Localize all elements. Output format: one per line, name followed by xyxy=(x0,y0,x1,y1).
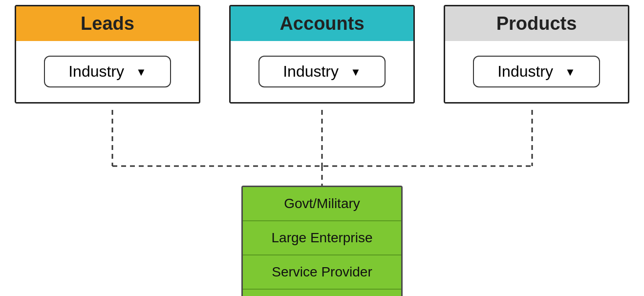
diagram-container: Leads Industry ▼ Accounts Industry ▼ Pro… xyxy=(0,0,644,296)
dropdown-item-govt[interactable]: Govt/Military xyxy=(243,187,401,221)
accounts-industry-dropdown[interactable]: Industry ▼ xyxy=(258,56,386,87)
dropdown-item-more[interactable]: ... xyxy=(243,290,401,296)
accounts-chevron-icon: ▼ xyxy=(350,66,361,79)
accounts-header: Accounts xyxy=(231,6,413,41)
leads-card: Leads Industry ▼ xyxy=(15,5,200,104)
products-industry-dropdown[interactable]: Industry ▼ xyxy=(473,56,600,87)
products-industry-label: Industry xyxy=(497,63,553,81)
products-card-body: Industry ▼ xyxy=(445,41,628,102)
accounts-card-body: Industry ▼ xyxy=(231,41,413,102)
dropdown-item-service-provider[interactable]: Service Provider xyxy=(243,255,401,290)
products-header: Products xyxy=(445,6,628,41)
industry-dropdown-list: Govt/Military Large Enterprise Service P… xyxy=(241,186,403,296)
leads-chevron-icon: ▼ xyxy=(136,66,147,79)
cards-row: Leads Industry ▼ Accounts Industry ▼ Pro… xyxy=(0,0,644,108)
accounts-card: Accounts Industry ▼ xyxy=(229,5,415,104)
dropdown-item-large-enterprise[interactable]: Large Enterprise xyxy=(243,221,401,255)
leads-industry-label: Industry xyxy=(68,63,124,81)
products-chevron-icon: ▼ xyxy=(565,66,576,79)
leads-industry-dropdown[interactable]: Industry ▼ xyxy=(44,56,171,87)
products-card: Products Industry ▼ xyxy=(444,5,629,104)
leads-card-body: Industry ▼ xyxy=(16,41,199,102)
accounts-industry-label: Industry xyxy=(283,63,339,81)
leads-header: Leads xyxy=(16,6,199,41)
